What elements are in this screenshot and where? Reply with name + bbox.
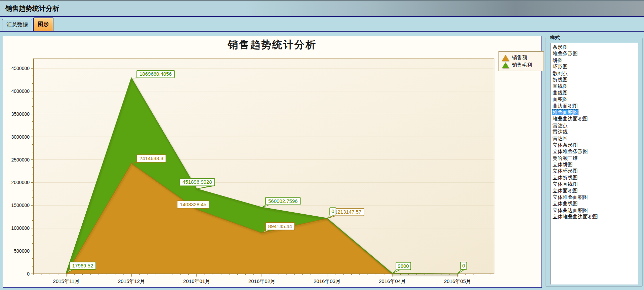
style-option[interactable]: 折线图 [551,76,638,83]
tab-page-highlight-line [0,34,644,34]
window-title: 销售趋势统计分析 [0,1,644,15]
style-group-box: 样式 条形图堆叠条形图饼图环形图散列点折线图直线图曲线图面积图曲边面积图堆叠面积… [545,38,643,287]
y-axis-ticks [31,68,34,274]
style-option[interactable]: 堆叠条形图 [551,50,638,57]
tab-summary-data[interactable]: 汇总数据 [2,19,32,31]
svg-text:2016年04月: 2016年04月 [379,278,406,284]
svg-text:2000000: 2000000 [11,180,30,185]
style-option[interactable]: 立体直线图 [551,181,638,187]
svg-text:2500000: 2500000 [11,157,30,162]
svg-text:2016年02月: 2016年02月 [248,278,275,284]
sales-trend-chart: 0500000100000015000002000000250000030000… [3,36,541,287]
svg-text:2015年12月: 2015年12月 [118,278,145,284]
style-option[interactable]: 立体条形图 [551,142,638,148]
legend-item: 销售额 [502,55,541,61]
svg-text:0: 0 [331,208,334,214]
legend-triangle-icon [502,62,509,68]
svg-text:4500000: 4500000 [11,66,30,71]
legend-label: 销售额 [512,55,527,61]
svg-text:1000000: 1000000 [11,225,30,231]
svg-text:0: 0 [27,271,30,277]
style-option[interactable]: 堆叠面积图 [551,109,638,115]
style-option[interactable]: 立体折线图 [551,174,638,181]
style-option[interactable]: 立体堆叠条形图 [551,148,638,154]
style-listbox[interactable]: 条形图堆叠条形图饼图环形图散列点折线图直线图曲线图面积图曲边面积图堆叠面积图堆叠… [550,43,638,285]
legend-item: 销售毛利 [502,62,541,68]
svg-text:2414633.3: 2414633.3 [139,155,163,161]
x-axis-ticks [34,274,490,277]
style-option[interactable]: 立体曲线图 [551,200,638,207]
legend-triangle-icon [502,55,509,61]
svg-text:2015年11月: 2015年11月 [53,278,80,284]
style-option[interactable]: 散列点 [551,70,638,76]
svg-text:17969.52: 17969.52 [72,263,93,268]
style-option[interactable]: 环形图 [551,63,638,70]
style-option[interactable]: 立体曲边面积图 [551,207,638,213]
style-option[interactable]: 曼哈顿三维 [551,155,638,161]
svg-text:1500000: 1500000 [11,203,30,208]
chart-panel: 0500000100000015000002000000250000030000… [3,36,542,288]
y-axis-labels: 0500000100000015000002000000250000030000… [11,66,30,277]
legend: 销售额销售毛利 [498,51,544,71]
window-title-bar: 销售趋势统计分析 [0,0,644,16]
style-option[interactable]: 立体饼图 [551,161,638,168]
svg-text:894145.44: 894145.44 [268,223,292,229]
svg-text:3500000: 3500000 [11,111,30,117]
data-label: 1408328.45 [177,201,209,210]
style-option[interactable]: 立体堆叠面积图 [551,194,638,200]
svg-text:9800: 9800 [398,263,409,269]
legend-label: 销售毛利 [512,62,532,68]
x-axis-labels: 2015年11月2015年12月2016年01月2016年02月2016年03月… [53,278,471,284]
svg-text:2016年01月: 2016年01月 [183,278,210,284]
tab-strip: 汇总数据 图形 [0,16,644,32]
style-option[interactable]: 直线图 [551,83,638,89]
data-label: 1869660.4056 [131,70,174,78]
style-option[interactable]: 堆叠曲边面积图 [551,115,638,122]
style-option[interactable]: 饼图 [551,57,638,63]
style-option[interactable]: 曲线图 [551,89,638,96]
style-option[interactable]: 雷达区 [551,135,638,141]
svg-text:3000000: 3000000 [11,134,30,140]
svg-text:0: 0 [462,263,465,268]
data-label: 2414633.3 [131,155,166,164]
svg-text:2016年05月: 2016年05月 [444,278,471,284]
svg-text:2016年03月: 2016年03月 [314,278,340,284]
svg-text:451896.9028: 451896.9028 [183,179,212,185]
svg-text:560002.7596: 560002.7596 [268,198,298,204]
style-option[interactable]: 曲边面积图 [551,103,638,109]
style-option[interactable]: 条形图 [551,44,638,50]
style-group-label: 样式 [548,35,562,41]
style-option[interactable]: 雷达点 [551,122,638,129]
tab-chart[interactable]: 图形 [33,17,53,31]
style-option[interactable]: 立体堆叠曲边面积图 [551,213,638,220]
style-option[interactable]: 面积图 [551,96,638,102]
svg-text:1869660.4056: 1869660.4056 [139,71,172,77]
style-option[interactable]: 立体环形图 [551,168,638,174]
style-option[interactable]: 雷达线 [551,129,638,135]
svg-text:4000000: 4000000 [11,88,30,94]
svg-text:1408328.45: 1408328.45 [180,202,206,207]
style-option[interactable]: 立体面积图 [551,187,638,194]
svg-text:500000: 500000 [14,248,30,254]
chart-title: 销售趋势统计分析 [3,38,541,52]
tab-page: 0500000100000015000002000000250000030000… [0,32,644,290]
svg-text:1213147.57: 1213147.57 [335,209,361,215]
